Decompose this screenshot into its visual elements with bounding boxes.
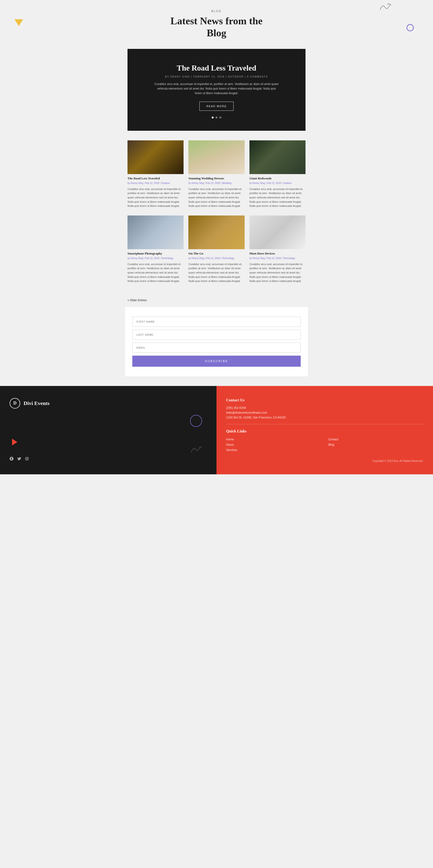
slider-dots: [212, 117, 221, 119]
blog-card-excerpt-6: Curabitur arcu erat, accumsan id imperdi…: [249, 262, 305, 283]
blog-grid-row1: The Road Less Traveled by Kenny Sing | F…: [128, 141, 305, 208]
instagram-link[interactable]: [25, 457, 29, 461]
footer: D Divi Events Contact Us (255) 352-6258: [0, 386, 433, 474]
blog-card-title-5[interactable]: On The Go: [188, 252, 244, 255]
deco-triangle-icon: [14, 19, 23, 26]
blog-card-title-3[interactable]: Giant Redwoods: [249, 177, 305, 180]
deco-circle-icon: [406, 24, 414, 31]
blog-grid-section: The Road Less Traveled by Kenny Sing | F…: [125, 135, 308, 296]
blog-card-title-1[interactable]: The Road Less Traveled: [128, 177, 184, 180]
hero-section: BLOG Latest News from the Blog: [0, 0, 433, 44]
blog-card-title-6[interactable]: Must Have Devices: [249, 252, 305, 255]
slider-dot-2[interactable]: [215, 117, 218, 119]
footer-logo: D Divi Events: [10, 398, 207, 409]
footer-quick-links-title: Quick Links: [226, 429, 423, 433]
footer-phone: (255) 352-6258: [226, 406, 423, 409]
blog-grid-row2: Smartphone Photography by Kenny Sing | F…: [128, 216, 305, 283]
blog-card-image-4: [128, 216, 184, 249]
older-entries-link[interactable]: « Older Entries: [128, 299, 147, 302]
blog-card-5: On The Go by Kenny Sing | Feb 12, 2018 |…: [188, 216, 244, 283]
blog-card-title-4[interactable]: Smartphone Photography: [128, 252, 184, 255]
older-entries: « Older Entries: [125, 296, 308, 307]
footer-link-about[interactable]: About: [226, 442, 321, 447]
footer-brand-name: Divi Events: [24, 400, 49, 406]
svg-point-2: [28, 458, 28, 458]
facebook-link[interactable]: [10, 457, 13, 461]
footer-links-grid: Home Contact About Blog Services: [226, 437, 423, 452]
email-input[interactable]: [132, 343, 301, 353]
page-title: Latest News from the Blog: [5, 15, 428, 39]
blog-card-4: Smartphone Photography by Kenny Sing | F…: [128, 216, 184, 283]
blog-card-3: Giant Redwoods by Kenny Sing | Feb 12, 2…: [249, 141, 305, 208]
svg-rect-0: [26, 457, 28, 460]
deco-scribble-icon: [378, 2, 392, 14]
footer-divider: [226, 424, 423, 424]
blog-card-1: The Road Less Traveled by Kenny Sing | F…: [128, 141, 184, 208]
featured-post-excerpt: Curabitur arcu erat, accumsan id imperdi…: [154, 82, 279, 96]
blog-card-image-1: [128, 141, 184, 174]
blog-card-meta-5: by Kenny Sing | Feb 12, 2018 | Technolog…: [188, 256, 244, 260]
footer-link-contact[interactable]: Contact: [328, 437, 423, 442]
subscribe-section: SUBSCRIBE: [125, 307, 308, 376]
read-more-button[interactable]: READ MORE: [199, 102, 234, 111]
footer-link-services[interactable]: Services: [226, 448, 321, 452]
footer-social-links: [10, 457, 207, 461]
blog-card-image-2: [188, 141, 244, 174]
blog-card-meta-1: by Kenny Sing | Feb 12, 2018 | Outdoor: [128, 181, 184, 185]
footer-right: Contact Us (255) 352-6258 hello@divieven…: [216, 386, 433, 474]
last-name-input[interactable]: [132, 330, 301, 340]
blog-card-title-2[interactable]: Stunning Wedding Dresses: [188, 177, 244, 180]
blog-card-2: Stunning Wedding Dresses by Kenny Sing |…: [188, 141, 244, 208]
blog-card-6: Must Have Devices by Kenny Sing | Feb 12…: [249, 216, 305, 283]
footer-copyright: Copyright © 2023 Divi. All Rights Reserv…: [226, 459, 423, 462]
blog-card-image-5: [188, 216, 244, 249]
blog-card-excerpt-5: Curabitur arcu erat, accumsan id imperdi…: [188, 262, 244, 283]
footer-link-blog[interactable]: Blog: [328, 442, 423, 447]
featured-slider: The Road Less Traveled BY KENNY SING | F…: [128, 49, 305, 131]
blog-card-excerpt-1: Curabitur arcu erat, accumsan id imperdi…: [128, 187, 184, 208]
blog-card-meta-4: by Kenny Sing | Feb 12, 2018 | Technolog…: [128, 256, 184, 260]
twitter-link[interactable]: [17, 457, 21, 461]
blog-card-excerpt-3: Curabitur arcu erat, accumsan id imperdi…: [249, 187, 305, 208]
slider-dot-3[interactable]: [220, 117, 221, 119]
blog-card-meta-2: by Kenny Sing | Feb 13, 2018 | Wedding: [188, 181, 244, 185]
blog-section-label: BLOG: [5, 10, 428, 12]
footer-deco-play-icon: [12, 439, 17, 445]
footer-deco-circle-icon: [190, 415, 202, 427]
subscribe-button[interactable]: SUBSCRIBE: [132, 355, 301, 367]
featured-post-meta: BY KENNY SING | FEBRUARY 12, 2018 | OUTD…: [165, 75, 268, 78]
footer-deco-scribble-icon: [190, 444, 202, 455]
footer-logo-icon: D: [10, 398, 20, 409]
footer-left: D Divi Events: [0, 386, 216, 474]
slider-dot-1[interactable]: [212, 117, 213, 119]
blog-card-image-3: [249, 141, 305, 174]
blog-card-meta-6: by Kenny Sing | Feb 12, 2018 | Technolog…: [249, 256, 305, 260]
footer-link-home[interactable]: Home: [226, 437, 321, 442]
featured-post-title: The Road Less Traveled: [177, 64, 256, 72]
blog-card-excerpt-4: Curabitur arcu erat, accumsan id imperdi…: [128, 262, 184, 283]
first-name-input[interactable]: [132, 317, 301, 327]
svg-point-1: [26, 458, 28, 459]
blog-card-meta-3: by Kenny Sing | Feb 12, 2018 | Outdoor: [249, 181, 305, 185]
blog-card-excerpt-2: Curabitur arcu erat, accumsan id imperdi…: [188, 187, 244, 208]
footer-email: hello@divieventcoordinator.com: [226, 411, 423, 414]
footer-contact-title: Contact Us: [226, 398, 423, 402]
blog-card-image-6: [249, 216, 305, 249]
footer-address: 1234 Divi St. #1000, San Francisco, CA 9…: [226, 416, 423, 419]
